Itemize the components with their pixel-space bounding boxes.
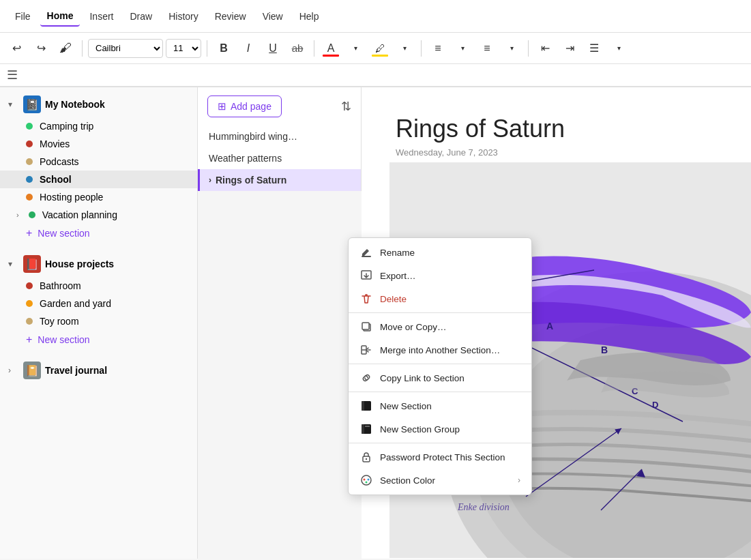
menu-insert[interactable]: Insert (83, 7, 120, 26)
section-garden[interactable]: Garden and yard (0, 295, 197, 312)
page-chevron-rings: › (209, 175, 211, 185)
section-vacation-planning[interactable]: › Vacation planning (0, 206, 197, 224)
font-color-dropdown[interactable]: ▾ (344, 38, 366, 59)
ctx-password-label: Password Protect This Section (380, 452, 505, 462)
section-chevron-vacation: › (16, 211, 19, 219)
section-toy-room[interactable]: Toy room (0, 312, 197, 330)
highlight-dropdown[interactable]: ▾ (394, 38, 415, 59)
page-title: Rings of Saturn (396, 115, 717, 143)
font-select[interactable]: Cailbri (88, 39, 163, 58)
highlight-button[interactable]: 🖊 (369, 38, 391, 59)
menu-home[interactable]: Home (40, 6, 80, 27)
merge-icon (359, 343, 373, 357)
svg-point-11 (366, 458, 367, 460)
ctx-copy-link-label: Copy Link to Section (380, 373, 465, 383)
menu-view[interactable]: View (256, 7, 290, 26)
toolbar: ↩ ↪ 🖌 Cailbri 11 B I U ab A ▾ 🖊 ▾ ≡ ▾ ≡ … (0, 33, 751, 64)
ctx-new-section[interactable]: New Section (349, 394, 531, 417)
section-label-bathroom: Bathroom (40, 280, 81, 291)
bold-button[interactable]: B (213, 38, 235, 59)
section-label-school: School (40, 174, 72, 185)
italic-button[interactable]: I (237, 38, 259, 59)
section-podcasts[interactable]: Podcasts (0, 153, 197, 171)
notebook-header-my-notebook[interactable]: ▾ 📓 My Notebook (0, 91, 197, 117)
section-dot-toy (26, 318, 33, 325)
menu-review[interactable]: Review (208, 7, 253, 26)
font-color-button[interactable]: A (320, 38, 342, 59)
pages-header: ⊞ Add page ⇅ (198, 87, 361, 126)
menu-draw[interactable]: Draw (123, 7, 159, 26)
increase-indent-button[interactable]: ⇥ (559, 38, 580, 59)
strikethrough-button[interactable]: ab (286, 38, 308, 59)
ctx-section-color[interactable]: Section Color › (349, 469, 531, 492)
page-label-rings: Rings of Saturn (216, 175, 286, 186)
align-button[interactable]: ☰ (583, 38, 605, 59)
notebook-header-travel[interactable]: › 📔 Travel journal (0, 357, 197, 383)
section-school[interactable]: School (0, 171, 197, 188)
pages-and-context: ⊞ Add page ⇅ Hummingbird wing… Weather p… (198, 87, 362, 559)
decrease-indent-button[interactable]: ⇤ (534, 38, 556, 59)
section-dot-movies (26, 141, 33, 147)
svg-rect-0 (362, 256, 371, 257)
ctx-merge[interactable]: Merge into Another Section… (349, 338, 531, 362)
new-section-my-notebook[interactable]: + New section (0, 224, 197, 243)
bullets-button[interactable]: ≡ (427, 38, 449, 59)
menu-file[interactable]: File (8, 7, 38, 26)
redo-button[interactable]: ↪ (30, 38, 52, 59)
ctx-rename-label: Rename (380, 248, 415, 258)
numbered-dropdown[interactable]: ▾ (501, 38, 522, 59)
ctx-rename[interactable]: Rename (349, 241, 531, 264)
ctx-copy-link[interactable]: Copy Link to Section (349, 366, 531, 389)
page-weather[interactable]: Weather patterns (198, 147, 361, 169)
toolbar-separator-1 (82, 40, 83, 57)
page-rings-of-saturn[interactable]: › Rings of Saturn (198, 169, 361, 191)
ctx-export[interactable]: Export… (349, 264, 531, 287)
notebook-house-projects: ▾ 📕 House projects Bathroom Garden and y… (0, 247, 197, 353)
section-movies[interactable]: Movies (0, 135, 197, 153)
ctx-merge-label: Merge into Another Section… (380, 345, 500, 355)
rename-icon (359, 246, 373, 259)
section-hosting-people[interactable]: Hosting people (0, 188, 197, 206)
notebook-travel-journal: › 📔 Travel journal (0, 353, 197, 387)
hamburger-menu[interactable]: ☰ (7, 68, 18, 83)
section-bathroom[interactable]: Bathroom (0, 277, 197, 295)
ctx-sep-4 (349, 443, 531, 443)
notebook-chevron-my-notebook: ▾ (8, 100, 19, 109)
font-size-select[interactable]: 11 (166, 39, 201, 58)
ctx-new-section-group[interactable]: New Section Group (349, 417, 531, 441)
copy-link-icon (359, 371, 373, 385)
bullets-dropdown[interactable]: ▾ (452, 38, 473, 59)
add-page-icon: ⊞ (218, 100, 226, 113)
new-section-house[interactable]: + New section (0, 330, 197, 349)
section-dot-bathroom (26, 282, 33, 289)
underline-button[interactable]: U (262, 38, 284, 59)
menu-help[interactable]: Help (293, 7, 326, 26)
page-hummingbird[interactable]: Hummingbird wing… (198, 126, 361, 147)
svg-rect-3 (362, 323, 369, 329)
font-color-indicator (323, 55, 339, 57)
new-section-label: New section (38, 228, 89, 239)
ctx-password[interactable]: Password Protect This Section (349, 445, 531, 469)
undo-button[interactable]: ↩ (5, 38, 27, 59)
notebook-header-house-projects[interactable]: ▾ 📕 House projects (0, 251, 197, 277)
ctx-move-copy[interactable]: Move or Copy… (349, 315, 531, 338)
menu-history[interactable]: History (162, 7, 205, 26)
format-painter-button[interactable]: 🖌 (55, 38, 76, 59)
section-dot-podcasts (26, 158, 33, 165)
svg-rect-9 (365, 426, 370, 427)
ctx-sep-3 (349, 392, 531, 392)
svg-text:B: B (601, 344, 608, 355)
section-dot-garden (26, 300, 33, 307)
ctx-export-label: Export… (380, 271, 416, 281)
ctx-new-section-label: New Section (380, 401, 432, 411)
ctx-delete[interactable]: Delete (349, 287, 531, 310)
align-dropdown[interactable]: ▾ (608, 38, 630, 59)
sort-pages-button[interactable]: ⇅ (341, 99, 351, 114)
menu-bar: File Home Insert Draw History Review Vie… (0, 0, 751, 33)
numbered-list-button[interactable]: ≡ (476, 38, 498, 59)
section-camping-trip[interactable]: Camping trip (0, 117, 197, 135)
add-page-label: Add page (231, 101, 271, 112)
add-page-button[interactable]: ⊞ Add page (207, 95, 282, 117)
ribbon-extra: ☰ (0, 64, 751, 87)
notebook-icon-my-notebook: 📓 (23, 95, 41, 113)
